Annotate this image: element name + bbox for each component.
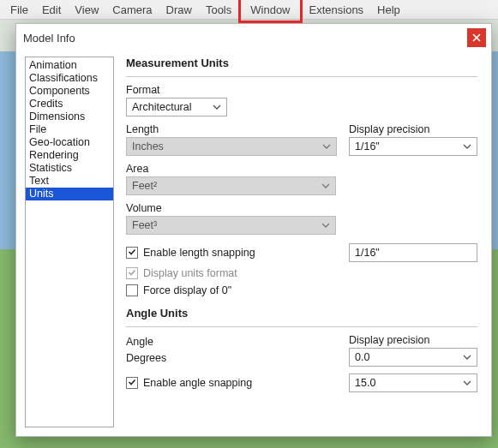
sidebar-item-text[interactable]: Text xyxy=(26,175,113,188)
menu-view[interactable]: View xyxy=(68,2,105,18)
menu-tools[interactable]: Tools xyxy=(199,2,238,18)
area-label: Area xyxy=(126,163,477,175)
sidebar-item-classifications[interactable]: Classifications xyxy=(26,72,113,85)
menubar: File Edit View Camera Draw Tools Window … xyxy=(0,0,498,20)
volume-select: Feet³ xyxy=(126,216,336,235)
main-panel: Measurement Units Format Architectural L… xyxy=(114,57,483,427)
display-precision-select[interactable]: 1/16" xyxy=(349,137,477,156)
format-select[interactable]: Architectural xyxy=(126,98,227,116)
checkmark-icon xyxy=(128,267,136,279)
menu-window[interactable]: Window xyxy=(238,0,302,23)
chevron-down-icon xyxy=(213,105,221,110)
length-snapping-value: 1/16" xyxy=(355,247,380,259)
menu-edit[interactable]: Edit xyxy=(35,2,68,18)
display-units-format-checkbox xyxy=(126,267,138,279)
sidebar-item-dimensions[interactable]: Dimensions xyxy=(26,111,113,123)
length-label: Length xyxy=(126,123,337,135)
angle-snapping-select[interactable]: 15.0 xyxy=(349,373,477,392)
volume-label: Volume xyxy=(126,202,477,214)
enable-length-snapping-checkbox[interactable] xyxy=(126,247,138,259)
display-units-format-label: Display units format xyxy=(143,267,237,279)
menu-extensions[interactable]: Extensions xyxy=(303,2,371,18)
angle-snapping-value: 15.0 xyxy=(355,377,375,389)
angle-value: Degrees xyxy=(126,349,337,367)
category-sidebar: Animation Classifications Components Cre… xyxy=(25,57,114,427)
model-info-dialog: Model Info Animation Classifications Com… xyxy=(15,23,492,437)
chevron-down-icon xyxy=(463,144,471,149)
display-precision-label: Display precision xyxy=(349,123,477,135)
sidebar-item-statistics[interactable]: Statistics xyxy=(26,162,113,175)
divider xyxy=(126,76,477,77)
volume-value: Feet³ xyxy=(132,219,157,231)
checkmark-icon xyxy=(128,247,136,259)
enable-angle-snapping-label: Enable angle snapping xyxy=(143,377,252,389)
sidebar-item-geo-location[interactable]: Geo-location xyxy=(26,136,113,149)
force-display-label: Force display of 0" xyxy=(143,284,231,296)
force-display-checkbox[interactable] xyxy=(126,284,138,296)
angle-label: Angle xyxy=(126,336,337,348)
format-value: Architectural xyxy=(132,101,191,113)
length-select: Inches xyxy=(126,137,337,156)
menu-camera[interactable]: Camera xyxy=(105,2,159,18)
chevron-down-icon xyxy=(463,380,471,385)
angle-precision-select[interactable]: 0.0 xyxy=(349,348,477,367)
close-icon xyxy=(472,32,481,45)
divider xyxy=(126,326,477,327)
sidebar-item-credits[interactable]: Credits xyxy=(26,98,113,111)
enable-angle-snapping-checkbox[interactable] xyxy=(126,377,138,389)
dialog-titlebar[interactable]: Model Info xyxy=(16,24,491,51)
length-snapping-input[interactable]: 1/16" xyxy=(349,243,477,262)
angle-precision-label: Display precision xyxy=(349,334,477,346)
angle-units-heading: Angle Units xyxy=(126,307,477,320)
length-value: Inches xyxy=(132,140,164,152)
format-label: Format xyxy=(126,84,477,96)
sidebar-item-components[interactable]: Components xyxy=(26,85,113,98)
display-precision-value: 1/16" xyxy=(355,140,380,152)
chevron-down-icon xyxy=(321,183,330,188)
area-value: Feet² xyxy=(132,180,157,192)
area-select: Feet² xyxy=(126,176,336,195)
menu-draw[interactable]: Draw xyxy=(159,2,199,18)
angle-precision-value: 0.0 xyxy=(355,351,369,363)
checkmark-icon xyxy=(128,377,136,389)
sidebar-item-animation[interactable]: Animation xyxy=(26,59,113,72)
chevron-down-icon xyxy=(322,144,331,149)
menu-file[interactable]: File xyxy=(3,2,35,18)
close-button[interactable] xyxy=(467,28,486,47)
chevron-down-icon xyxy=(463,355,471,360)
sidebar-item-rendering[interactable]: Rendering xyxy=(26,149,113,162)
enable-length-snapping-label: Enable length snapping xyxy=(143,247,255,259)
sidebar-item-file[interactable]: File xyxy=(26,123,113,136)
chevron-down-icon xyxy=(321,223,330,228)
menu-help[interactable]: Help xyxy=(370,2,407,18)
dialog-title: Model Info xyxy=(23,32,75,45)
measurement-units-heading: Measurement Units xyxy=(126,57,477,69)
sidebar-item-units[interactable]: Units xyxy=(26,188,113,200)
